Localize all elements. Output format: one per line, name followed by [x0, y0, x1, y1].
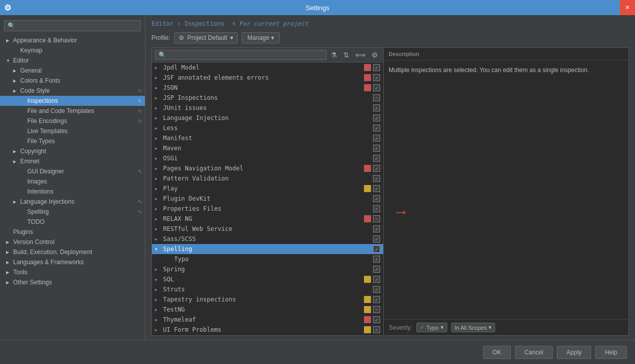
- inspection-checkbox[interactable]: [373, 155, 380, 162]
- inspection-row[interactable]: ▼Spelling: [152, 244, 383, 254]
- sidebar-item-version-control[interactable]: ▶Version Control: [0, 237, 145, 247]
- sidebar-item-build-exec[interactable]: ▶Build, Execution, Deployment: [0, 247, 145, 257]
- inspection-row[interactable]: ▶TestNG: [152, 305, 383, 315]
- inspection-row[interactable]: ▶JUnit issues: [152, 103, 383, 113]
- inspection-checkbox[interactable]: [373, 94, 380, 101]
- inspection-checkbox[interactable]: [373, 246, 380, 253]
- profile-select[interactable]: ⚙ Project Default ▾: [174, 32, 238, 43]
- inspection-row[interactable]: ▶Tapestry inspections: [152, 294, 383, 305]
- inspection-checkbox[interactable]: [373, 185, 380, 192]
- arrow-icon: ▼: [6, 58, 11, 63]
- inspection-row[interactable]: ▶Less: [152, 123, 383, 133]
- sidebar-item-emmet[interactable]: ▶Emmet: [0, 156, 145, 166]
- inspection-checkbox[interactable]: [373, 306, 380, 313]
- inspection-row[interactable]: ▶JSF annotated elements errors: [152, 73, 383, 83]
- inspection-checkbox[interactable]: [373, 175, 380, 182]
- sidebar-search-input[interactable]: [4, 20, 141, 31]
- sidebar-item-languages-frameworks[interactable]: ▶Languages & Frameworks: [0, 257, 145, 267]
- inspection-row[interactable]: ▶Sass/SCSS: [152, 234, 383, 244]
- inspection-row[interactable]: ▶Properties Files: [152, 204, 383, 214]
- help-button[interactable]: Help: [595, 346, 627, 359]
- sidebar-item-appearance[interactable]: ▶Appearance & Behavior: [0, 35, 145, 45]
- inspection-checkbox[interactable]: [373, 316, 380, 323]
- sidebar-item-keymap[interactable]: Keymap: [0, 45, 145, 55]
- inspection-row[interactable]: ▶SQL: [152, 274, 383, 284]
- filter-icon-button[interactable]: ⚗: [329, 50, 339, 60]
- inspection-checkbox[interactable]: [373, 114, 380, 122]
- sidebar-item-colors-fonts[interactable]: ▶Colors & Fonts: [0, 76, 145, 86]
- inspection-checkbox[interactable]: [373, 64, 380, 71]
- sidebar-item-label: Spelling: [27, 208, 49, 215]
- settings-icon-button[interactable]: ⚙: [369, 50, 380, 60]
- sidebar-item-other-settings[interactable]: ▶Other Settings: [0, 277, 145, 287]
- ok-button[interactable]: OK: [483, 346, 511, 359]
- sidebar-item-spelling[interactable]: Spelling✎: [0, 207, 145, 217]
- inspection-row[interactable]: ▶RESTful Web Service: [152, 224, 383, 234]
- sidebar-item-live-templates[interactable]: Live Templates: [0, 126, 145, 136]
- inspection-checkbox[interactable]: [373, 256, 380, 263]
- inspection-row[interactable]: ▶Pattern Validation: [152, 173, 383, 184]
- sidebar-item-editor[interactable]: ▼Editor: [0, 55, 145, 66]
- inspection-checkbox[interactable]: [373, 296, 380, 303]
- inspection-checkbox[interactable]: [373, 326, 380, 333]
- inspection-row[interactable]: Typo: [152, 254, 383, 264]
- inspection-row[interactable]: ▶Velocity inspections: [152, 335, 383, 335]
- manage-button[interactable]: Manage ▾: [242, 32, 280, 43]
- inspection-row[interactable]: ▶Spring: [152, 264, 383, 274]
- inspection-row[interactable]: ▶Pages Navigation Model: [152, 163, 383, 173]
- inspection-row[interactable]: ▶Jpdl Model: [152, 63, 383, 73]
- sidebar-item-general[interactable]: ▶General: [0, 66, 145, 76]
- inspection-checkbox[interactable]: [373, 215, 380, 222]
- inspection-checkbox[interactable]: [373, 125, 380, 132]
- inspection-checkbox[interactable]: [373, 235, 380, 242]
- inspection-checkbox[interactable]: [373, 225, 380, 232]
- inspection-row[interactable]: ▶Manifest: [152, 133, 383, 143]
- inspection-checkbox[interactable]: [373, 266, 380, 273]
- inspection-checkbox[interactable]: [373, 84, 380, 91]
- sidebar-item-file-types[interactable]: File Types: [0, 136, 145, 146]
- sidebar-item-gui-designer[interactable]: GUI Designer✎: [0, 166, 145, 176]
- inspection-row[interactable]: ▶Thymeleaf: [152, 315, 383, 325]
- inspection-checkbox[interactable]: [373, 74, 380, 81]
- inspection-row[interactable]: ▶JSON: [152, 83, 383, 93]
- sidebar-item-code-style[interactable]: ▶Code Style✎: [0, 86, 145, 96]
- inspection-checkbox[interactable]: [373, 135, 380, 142]
- inspection-row[interactable]: ▶Plugin DevKit: [152, 194, 383, 204]
- breadcrumb-inspections[interactable]: Inspections: [184, 20, 224, 27]
- sidebar-item-language-injections[interactable]: ▶Language Injections✎: [0, 197, 145, 207]
- inspection-checkbox[interactable]: [373, 104, 380, 111]
- sidebar-item-tools[interactable]: ▶Tools: [0, 267, 145, 277]
- inspection-row[interactable]: ▶OSGi: [152, 153, 383, 163]
- inspection-label: JSP Inspections: [163, 94, 362, 101]
- inspection-row[interactable]: ▶Maven: [152, 143, 383, 153]
- inspection-row[interactable]: ▶RELAX NG: [152, 214, 383, 224]
- inspection-row[interactable]: ▶Play: [152, 184, 383, 194]
- apply-button[interactable]: Apply: [557, 346, 591, 359]
- sort-icon-button[interactable]: ⇅: [341, 50, 351, 60]
- inspection-checkbox[interactable]: [373, 205, 380, 212]
- severity-select[interactable]: ✓ Typo ▾: [416, 323, 447, 332]
- sidebar-item-images[interactable]: Images: [0, 176, 145, 187]
- breadcrumb-editor[interactable]: Editor: [151, 20, 173, 27]
- inspection-row[interactable]: ▶JSP Inspections: [152, 93, 383, 103]
- sidebar-item-file-encodings[interactable]: File Encodings✎: [0, 116, 145, 126]
- scope-select[interactable]: In All Scopes ▾: [451, 323, 496, 332]
- expand-icon-button[interactable]: ⟺: [353, 50, 367, 60]
- close-button[interactable]: ✕: [620, 0, 635, 15]
- inspection-checkbox[interactable]: [373, 165, 380, 172]
- sidebar-item-copyright[interactable]: ▶Copyright: [0, 146, 145, 156]
- inspection-search-input[interactable]: [155, 50, 327, 60]
- inspection-checkbox[interactable]: [373, 145, 380, 152]
- cancel-button[interactable]: Cancel: [515, 346, 553, 359]
- sidebar-item-plugins[interactable]: Plugins: [0, 227, 145, 237]
- inspection-row[interactable]: ▶Language Injection: [152, 113, 383, 123]
- inspection-checkbox[interactable]: [373, 276, 380, 283]
- inspection-checkbox[interactable]: [373, 286, 380, 293]
- sidebar-item-intentions[interactable]: Intentions: [0, 187, 145, 197]
- inspection-checkbox[interactable]: [373, 195, 380, 202]
- sidebar-item-inspections[interactable]: Inspections✎: [0, 96, 145, 106]
- sidebar-item-file-code-templates[interactable]: File and Code Templates✎: [0, 106, 145, 116]
- sidebar-item-todo[interactable]: TODO: [0, 217, 145, 227]
- inspection-row[interactable]: ▶UI Form Problems: [152, 325, 383, 335]
- inspection-row[interactable]: ▶Struts: [152, 284, 383, 294]
